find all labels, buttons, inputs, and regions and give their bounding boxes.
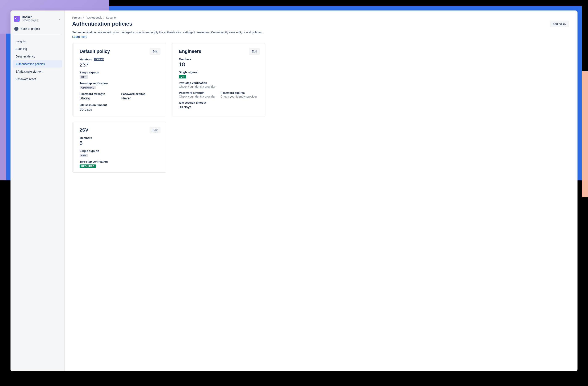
pwd-expires-label: Password expires xyxy=(221,91,260,94)
edit-policy-button[interactable]: Edit xyxy=(149,127,160,134)
sso-label: Single sign-on xyxy=(80,71,160,74)
sso-state-badge: ON xyxy=(179,75,186,78)
edit-policy-button[interactable]: Edit xyxy=(149,48,160,55)
pwd-strength-label: Password strength xyxy=(179,91,218,94)
page-title: Authentication policies xyxy=(72,20,132,27)
back-to-project[interactable]: ← Back to project xyxy=(13,24,62,35)
breadcrumb-separator: / xyxy=(104,16,104,19)
pwd-expires-value: Check your identity provider xyxy=(221,95,260,98)
policy-title: Engineers xyxy=(179,49,201,54)
members-label: Members xyxy=(179,58,260,61)
idle-timeout-value: 30 days xyxy=(80,107,160,112)
back-label: Back to project xyxy=(21,27,40,30)
project-switcher[interactable]: Rocket Service project ⌄ xyxy=(13,15,62,24)
sidebar-item-audit-log[interactable]: Audit log xyxy=(13,45,62,52)
breadcrumb-rocket-desk[interactable]: Rocket desk xyxy=(85,16,102,19)
policy-card-default: Default policy Edit Members DEFAULT 237 … xyxy=(72,43,166,116)
sidebar-item-data-residency[interactable]: Data residency xyxy=(13,53,62,60)
pwd-expires-value: Never xyxy=(121,96,161,100)
policy-title: 2SV xyxy=(80,127,88,133)
sso-label: Single sign-on xyxy=(179,71,260,74)
default-badge: DEFAULT xyxy=(94,58,104,61)
idle-timeout-label: Idle session timeout xyxy=(179,101,260,104)
policy-title: Default policy xyxy=(80,49,110,54)
sidebar-item-password-reset[interactable]: Password reset xyxy=(13,76,62,83)
pwd-strength-value: Strong xyxy=(80,96,119,100)
main-content: Project / Rocket desk / Security Authent… xyxy=(65,10,578,371)
pwd-strength-label: Password strength xyxy=(80,92,119,96)
sidebar-divider xyxy=(13,35,62,35)
sidebar-item-insights[interactable]: Insights xyxy=(13,38,62,45)
project-type: Service project xyxy=(22,19,39,22)
two-step-state-badge: OPTIONAL xyxy=(80,86,96,89)
idle-timeout-label: Idle session timeout xyxy=(80,103,160,107)
policy-card-engineers: Engineers Edit Members 18 Single sign-on… xyxy=(171,43,265,116)
app-window: Rocket Service project ⌄ ← Back to proje… xyxy=(10,10,578,371)
breadcrumb-project[interactable]: Project xyxy=(72,16,82,19)
members-count: 237 xyxy=(80,61,160,68)
arrow-left-icon: ← xyxy=(14,27,19,31)
pwd-expires-label: Password expires xyxy=(121,92,161,96)
breadcrumb: Project / Rocket desk / Security xyxy=(72,16,569,19)
sidebar: Rocket Service project ⌄ ← Back to proje… xyxy=(10,10,65,371)
members-label: Members xyxy=(80,136,160,139)
sso-label: Single sign-on xyxy=(80,149,160,153)
breadcrumb-separator: / xyxy=(83,16,84,19)
two-step-value: Check your identity provider xyxy=(179,85,260,88)
chevron-down-icon: ⌄ xyxy=(58,17,61,20)
pwd-strength-value: Check your identity provider xyxy=(179,95,218,98)
page-description: Set authentication policies with your ma… xyxy=(72,30,263,39)
two-step-state-badge: REQUIRED xyxy=(80,164,96,168)
two-step-label: Two-step verification xyxy=(80,82,160,85)
members-label: Members xyxy=(80,58,92,61)
breadcrumb-security[interactable]: Security xyxy=(106,16,117,19)
edit-policy-button[interactable]: Edit xyxy=(249,48,260,55)
add-policy-button[interactable]: Add policy xyxy=(549,20,569,27)
sso-state-badge: OFF xyxy=(80,154,88,157)
learn-more-link[interactable]: Learn more xyxy=(72,35,87,39)
policy-grid: Default policy Edit Members DEFAULT 237 … xyxy=(72,43,265,173)
project-name: Rocket xyxy=(22,16,39,19)
members-count: 5 xyxy=(80,140,160,146)
sidebar-item-authentication-policies[interactable]: Authentication policies xyxy=(13,60,62,68)
sso-state-badge: OFF xyxy=(80,75,88,79)
sidebar-item-saml-sso[interactable]: SAML single sign-on xyxy=(13,68,62,75)
policy-card-2sv: 2SV Edit Members 5 Single sign-on OFF Tw… xyxy=(72,122,166,173)
two-step-label: Two-step verification xyxy=(179,81,260,85)
idle-timeout-value: 30 days xyxy=(179,105,260,109)
page-description-text: Set authentication policies with your ma… xyxy=(72,31,262,34)
two-step-label: Two-step verification xyxy=(80,160,160,163)
members-count: 18 xyxy=(179,61,260,68)
project-icon xyxy=(14,16,20,22)
sidebar-nav: Insights Audit log Data residency Authen… xyxy=(13,38,62,83)
